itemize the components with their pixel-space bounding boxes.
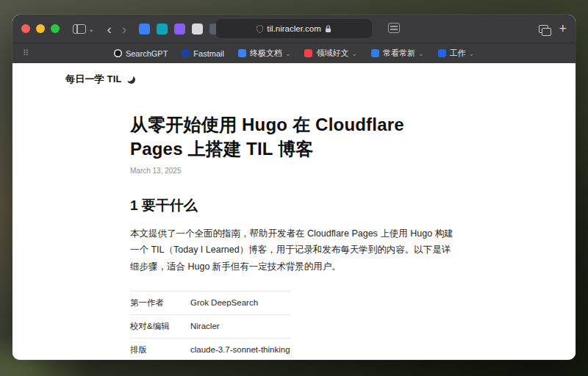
favorites-grid-icon[interactable]: ⠿ <box>23 48 29 58</box>
bookmark-label: 终极文档 <box>250 48 282 59</box>
browser-toolbar: ⌄ ‹ › til.niracler.com + <box>12 15 576 43</box>
meta-value: Grok DeepSearch <box>190 291 290 314</box>
chevron-down-icon: ⌄ <box>469 50 475 57</box>
zoom-window-button[interactable] <box>51 24 60 33</box>
bookmark-label: 工作 <box>450 48 466 59</box>
bookmark-label: 常看常新 <box>383 48 415 59</box>
purple-extension-icon[interactable] <box>174 24 185 35</box>
table-row: 排版 claude-3.7-sonnet-thinking <box>130 338 290 360</box>
chevron-down-icon: ⌄ <box>351 50 357 57</box>
traffic-lights <box>21 24 60 33</box>
sidebar-toggle-button[interactable] <box>70 24 86 34</box>
forward-button[interactable]: › <box>117 22 132 36</box>
bookmark-extension-icon[interactable] <box>139 24 150 35</box>
sidebar-icon <box>73 24 86 34</box>
bookmark-folder-articles[interactable]: 领域好文 ⌄ <box>304 48 357 59</box>
url-text: til.niracler.com <box>267 24 321 33</box>
minimize-window-button[interactable] <box>36 24 45 33</box>
address-bar[interactable]: til.niracler.com <box>216 19 372 38</box>
folder-favicon <box>304 49 312 57</box>
article-title: 从零开始使用 Hugo 在 Cloudflare Pages 上搭建 TIL 博… <box>130 112 458 161</box>
bookmark-label: SearchGPT <box>126 49 168 58</box>
bookmark-searchgpt[interactable]: SearchGPT <box>114 49 168 58</box>
lock-icon <box>325 25 331 33</box>
intro-paragraph: 本文提供了一个全面的指南，帮助开发者在 Cloudflare Pages 上使用… <box>130 225 458 275</box>
site-title-link[interactable]: 每日一学 TIL <box>65 73 122 86</box>
close-window-button[interactable] <box>21 24 30 33</box>
toolbar-right-icons: + <box>539 15 567 43</box>
tab-overview-icon[interactable] <box>539 25 548 33</box>
new-tab-button[interactable]: + <box>559 21 567 37</box>
searchgpt-favicon <box>114 49 122 57</box>
folder-favicon <box>238 49 246 57</box>
bookmark-folder-docs[interactable]: 终极文档 ⌄ <box>238 48 291 59</box>
meta-value: claude-3.7-sonnet-thinking <box>190 338 290 360</box>
page-content: 每日一学 TIL 从零开始使用 Hugo 在 Cloudflare Pages … <box>12 63 576 360</box>
bookmark-label: Fastmail <box>193 49 224 58</box>
browser-window: ⌄ ‹ › til.niracler.com + ⠿ SearchGPT <box>12 15 576 360</box>
bookmark-label: 领域好文 <box>316 48 348 59</box>
fastmail-favicon <box>182 49 190 57</box>
folder-favicon <box>371 49 379 57</box>
bookmark-folder-work[interactable]: 工作 ⌄ <box>438 48 475 59</box>
table-row: 校对&编辑 Niracler <box>130 314 290 338</box>
meta-key: 排版 <box>130 338 190 360</box>
article-meta-table: 第一作者 Grok DeepSearch 校对&编辑 Niracler 排版 c… <box>130 291 290 360</box>
bookmark-folder-evergreen[interactable]: 常看常新 ⌄ <box>371 48 424 59</box>
folder-favicon <box>438 49 446 57</box>
chevron-down-icon[interactable]: ⌄ <box>88 25 94 33</box>
gray-extension-icon[interactable] <box>192 24 203 35</box>
meta-key: 第一作者 <box>130 291 190 314</box>
reader-icon[interactable] <box>388 23 400 33</box>
privacy-shield-icon <box>257 25 263 33</box>
bookmark-fastmail[interactable]: Fastmail <box>182 49 224 58</box>
site-header: 每日一学 TIL <box>12 63 576 86</box>
chevron-down-icon: ⌄ <box>285 50 291 57</box>
teal-extension-icon[interactable] <box>157 24 168 35</box>
article: 从零开始使用 Hugo 在 Cloudflare Pages 上搭建 TIL 博… <box>130 86 458 360</box>
meta-key: 校对&编辑 <box>130 314 190 338</box>
section-heading-1: 1 要干什么 <box>130 196 458 215</box>
dark-mode-toggle-icon[interactable] <box>126 74 135 84</box>
article-date: March 13, 2025 <box>130 167 458 175</box>
back-button[interactable]: ‹ <box>101 22 116 36</box>
favorites-bar: ⠿ SearchGPT Fastmail 终极文档 ⌄ 领域好文 ⌄ 常看常新 … <box>12 43 576 63</box>
table-row: 第一作者 Grok DeepSearch <box>130 291 290 314</box>
chevron-down-icon: ⌄ <box>418 50 424 57</box>
meta-value: Niracler <box>190 314 290 338</box>
